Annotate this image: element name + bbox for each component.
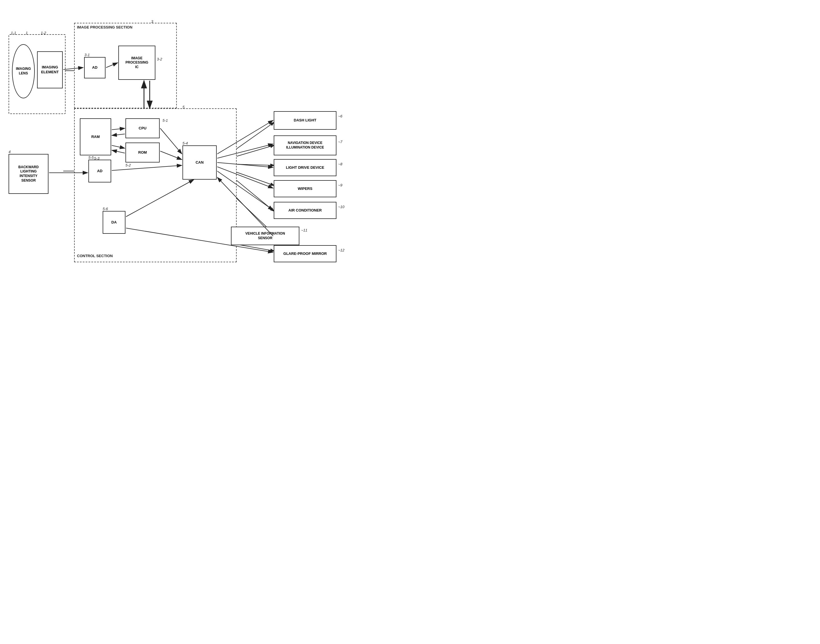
ref-5-4: 5-4 — [182, 141, 188, 146]
ref-9: ~9 — [338, 183, 342, 187]
light-drive-label: LIGHT DRIVE DEVICE — [286, 166, 324, 170]
da-box: DA — [103, 211, 126, 234]
air-conditioner-label: AIR CONDITIONER — [288, 208, 322, 213]
backward-lighting-box: BACKWARD LIGHTING INTENSITY SENSOR — [9, 154, 49, 194]
ref-12: ~12 — [338, 248, 345, 252]
ref-5: 5 — [182, 105, 184, 109]
control-section-label: CONTROL SECTION — [77, 254, 113, 258]
can-box: CAN — [182, 146, 217, 179]
cpu-box: CPU — [126, 118, 160, 138]
cpu-label: CPU — [139, 126, 146, 131]
ref-5-2: 5-2 — [126, 163, 131, 167]
dash-light-label: DASH LIGHT — [294, 118, 316, 123]
ref-8: ~8 — [338, 162, 342, 166]
glare-proof-mirror-label: GLARE-PROOF MIRROR — [284, 251, 327, 256]
wipers-box: WIPERS — [274, 180, 336, 197]
ref-1: 1 — [26, 31, 28, 35]
ad-31-box: AD — [84, 57, 106, 78]
ref-5-5: 5-5 — [88, 155, 94, 159]
imaging-element-box: IMAGING ELEMENT — [37, 51, 63, 88]
can-label: CAN — [196, 160, 204, 165]
glare-proof-mirror-box: GLARE-PROOF MIRROR — [274, 245, 336, 262]
ref-7: ~7 — [338, 140, 342, 144]
vehicle-info-sensor-label: VEHICLE INFORMATION SENSOR — [245, 232, 285, 240]
diagram: IMAGING LENS IMAGING ELEMENT 1-1 1-2 1 I… — [0, 0, 410, 322]
imaging-element-label: IMAGING ELEMENT — [41, 65, 59, 75]
ref-1-2: 1-2 — [41, 31, 46, 35]
ad-31-label: AD — [92, 65, 98, 70]
ref-3-1: 3-1 — [84, 53, 90, 57]
light-drive-box: LIGHT DRIVE DEVICE — [274, 159, 336, 176]
da-label: DA — [112, 220, 117, 225]
ad-55-label: AD — [97, 169, 103, 173]
dash-light-box: DASH LIGHT — [274, 111, 336, 130]
ref-10: ~10 — [338, 205, 345, 209]
image-processing-section-label: IMAGE PROCESSING SECTION — [77, 25, 132, 29]
ref-3: 3 — [151, 19, 153, 24]
ref-5-1: 5-1 — [162, 118, 168, 123]
backward-lighting-label: BACKWARD LIGHTING INTENSITY SENSOR — [18, 165, 38, 183]
ref-11: ~11 — [301, 228, 307, 232]
ref-3-2: 3-2 — [157, 57, 162, 61]
ref-1-1: 1-1 — [11, 31, 16, 35]
ref-4: 4 — [9, 150, 11, 154]
rom-box: ROM — [126, 143, 160, 163]
navigation-device-label: NAVIGATION DEVICE ILLUMINATION DEVICE — [286, 141, 324, 150]
air-conditioner-box: AIR CONDITIONER — [274, 202, 336, 219]
rom-label: ROM — [138, 150, 147, 155]
navigation-device-box: NAVIGATION DEVICE ILLUMINATION DEVICE — [274, 135, 336, 155]
wipers-label: WIPERS — [298, 186, 312, 191]
ref-5-6: 5-6 — [103, 207, 108, 211]
ram-box: RAM — [80, 118, 111, 155]
vehicle-info-sensor-box: VEHICLE INFORMATION SENSOR — [231, 227, 299, 245]
ref-6: ~6 — [338, 114, 342, 118]
image-processing-ic-box: IMAGE PROCESSING IC — [118, 46, 155, 80]
image-processing-ic-label: IMAGE PROCESSING IC — [126, 56, 148, 69]
imaging-lens-label: IMAGING LENS — [16, 67, 31, 75]
ram-label: RAM — [91, 135, 100, 140]
ad-55-box: AD — [88, 159, 111, 182]
imaging-lens-box: IMAGING LENS — [12, 44, 35, 98]
